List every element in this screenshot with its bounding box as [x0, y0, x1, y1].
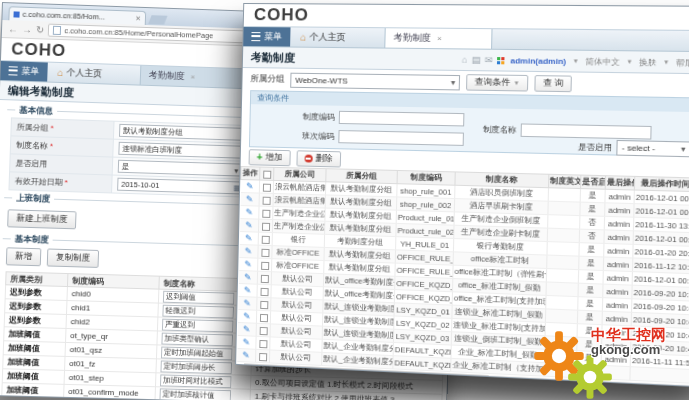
edit-icon[interactable]: ✎	[243, 324, 251, 334]
name-input[interactable]: 连锁标准白班制度	[118, 142, 243, 159]
row-checkbox[interactable]	[259, 339, 267, 347]
policy-code-input[interactable]	[339, 111, 465, 127]
home-icon[interactable]: ⌂	[462, 55, 468, 65]
column-header: 制度英文名	[549, 174, 581, 188]
cell	[546, 268, 578, 283]
delete-button[interactable]: 删除	[296, 150, 341, 167]
user-menu[interactable]: admin(admin)	[510, 56, 566, 66]
required-mark: *	[64, 178, 67, 187]
delete-icon	[304, 154, 312, 162]
tab-close-icon[interactable]: ×	[437, 34, 442, 43]
edit-icon[interactable]: ✎	[245, 220, 253, 230]
policy-name-label: 制度名称	[483, 124, 517, 136]
row-checkbox[interactable]	[259, 326, 267, 334]
tab-attendance-policy[interactable]: 考勤制度 ×	[384, 28, 492, 49]
help-menu[interactable]: 帮助	[676, 57, 689, 69]
edit-icon[interactable]: ✎	[244, 246, 252, 256]
edit-icon[interactable]: ✎	[243, 311, 251, 321]
chevron-down-icon: ▼	[679, 142, 687, 156]
edit-icon[interactable]: ✎	[244, 259, 252, 269]
row-checkbox[interactable]	[261, 235, 269, 243]
shift-code-input[interactable]	[338, 130, 464, 146]
group-filter-select[interactable]: WebOne-WTS▼	[290, 72, 460, 90]
row-checkbox[interactable]	[261, 261, 269, 269]
browser-tab-title: c.coho.com.cn:85/Hom...	[22, 10, 105, 22]
plus-icon: +	[257, 152, 263, 162]
cell: admin	[604, 230, 633, 245]
edit-icon[interactable]: ✎	[245, 233, 253, 243]
home-link[interactable]: ⌂ 个人主页	[290, 27, 356, 47]
enabled-filter-label: 是否启用	[578, 141, 613, 153]
copy-policy-button[interactable]: 复制制度	[47, 248, 99, 267]
reload-icon[interactable]: ↻	[36, 25, 45, 35]
hamburger-icon	[251, 32, 260, 41]
tab-attendance-policy[interactable]: 考勤制度 ×	[140, 66, 244, 88]
edit-icon[interactable]: ✎	[245, 207, 253, 217]
shift-code-label: 班次编码	[302, 130, 335, 142]
user-bar: ⌂ ▤ ✉ admin(admin)▼ 简体中文▼ 换肤▼ 帮助▼	[462, 54, 689, 68]
cell	[547, 255, 579, 270]
cell	[547, 242, 579, 257]
gear-icon-green	[567, 354, 613, 400]
group-input[interactable]: 默认考勤制度分组	[119, 124, 244, 141]
edit-icon[interactable]: ✎	[242, 350, 250, 360]
policy-name-input[interactable]	[521, 123, 652, 139]
cell: 是	[580, 189, 605, 203]
chevron-down-icon: ▼	[513, 80, 519, 86]
section-title: 基本制度	[11, 233, 53, 246]
start-date-input[interactable]: 2015-10-01	[117, 178, 242, 195]
cell: 是	[580, 202, 605, 216]
column-header: 最后操作者	[605, 176, 634, 190]
edit-icon[interactable]: ✎	[244, 272, 252, 282]
row-checkbox[interactable]	[260, 274, 268, 282]
enabled-filter-select[interactable]: - select -▼	[616, 140, 689, 157]
row-checkbox[interactable]	[259, 352, 267, 360]
search-button[interactable]: 查 询	[534, 75, 572, 92]
skin-menu[interactable]: 换肤	[639, 56, 657, 68]
menu-button[interactable]: 菜单	[0, 61, 48, 82]
document-icon[interactable]: ▤	[471, 55, 480, 65]
row-checkbox[interactable]	[261, 248, 269, 256]
row-checkbox[interactable]	[262, 196, 270, 204]
message-icon[interactable]: ✉	[485, 55, 493, 65]
watermark-text: 中华工控网 gkong.com	[591, 326, 666, 358]
language-menu[interactable]: 简体中文	[585, 55, 620, 67]
column-header: 是否启用	[581, 175, 606, 189]
tab-close-icon[interactable]: ×	[190, 72, 195, 81]
edit-icon[interactable]: ✎	[244, 285, 252, 295]
tab-close-icon[interactable]: ✕	[135, 14, 141, 22]
back-icon[interactable]: ←	[8, 24, 18, 34]
name-label: 制度名称	[16, 141, 48, 151]
add-button[interactable]: 新增	[6, 247, 42, 266]
row-checkbox[interactable]	[262, 183, 270, 191]
cell: 加班阈值	[2, 383, 64, 399]
edit-icon[interactable]: ✎	[242, 337, 250, 347]
menu-button[interactable]: 菜单	[243, 27, 290, 47]
header-icons: ⌂ ▤ ✉	[462, 55, 505, 66]
site-name: 中华工控网	[591, 326, 666, 343]
new-shift-policy-button[interactable]: 新建上班制度	[7, 209, 76, 229]
edit-icon[interactable]: ✎	[246, 194, 254, 204]
apps-grid-icon[interactable]	[497, 57, 505, 64]
edit-icon[interactable]: ✎	[243, 298, 251, 308]
select-all-checkbox[interactable]	[260, 167, 274, 180]
row-checkbox[interactable]	[260, 287, 268, 295]
chevron-down-icon: ▼	[663, 59, 670, 65]
edit-icon[interactable]: ✎	[246, 181, 254, 191]
cell: 默认公司	[269, 350, 321, 366]
cell	[548, 215, 580, 229]
cell: 是	[578, 283, 603, 297]
group-filter-label: 所属分组	[250, 73, 284, 86]
forward-icon[interactable]: →	[22, 24, 32, 34]
row-checkbox[interactable]	[262, 209, 270, 217]
home-link[interactable]: ⌂ 个人主页	[47, 63, 112, 84]
query-conditions-button[interactable]: 查询条件▼	[466, 74, 528, 91]
column-header-operation: 操作	[241, 167, 260, 180]
row-checkbox[interactable]	[261, 222, 269, 230]
new-tab-button[interactable]	[148, 15, 167, 24]
enabled-select[interactable]: 是▼	[118, 160, 243, 177]
add-button[interactable]: +增加	[249, 149, 291, 166]
row-checkbox[interactable]	[260, 300, 268, 308]
cell: admin	[603, 284, 632, 299]
row-checkbox[interactable]	[259, 313, 267, 321]
